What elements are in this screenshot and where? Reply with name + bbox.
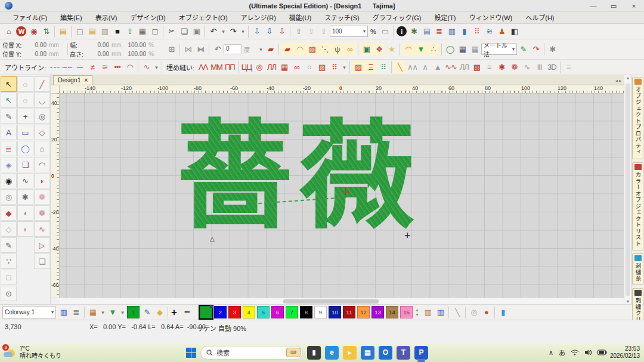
color-swatch-8[interactable]: 8 [300, 306, 312, 318]
rotate-3d-tool[interactable]: ◎ [34, 109, 50, 124]
measure-tool[interactable]: ╱ [34, 76, 50, 92]
grid-arrow-icon[interactable]: ▾ [99, 306, 106, 318]
menu-function[interactable]: 機能(U) [283, 12, 318, 24]
menu-edit[interactable]: 編集(E) [54, 12, 89, 24]
small-square-tool[interactable]: □ [1, 270, 17, 285]
wheel-tool[interactable]: ❁ [34, 205, 50, 221]
dense-fill-icon[interactable]: ▩ [470, 61, 483, 73]
garment-color-icon[interactable]: ▼ [106, 306, 119, 318]
height-pct-field[interactable]: 100.00 [125, 51, 146, 57]
palette-list-icon[interactable]: ≣ [70, 306, 82, 318]
fill-tatami1-icon[interactable]: ΛΛ [197, 61, 209, 73]
run-stitch-icon[interactable]: ▨ [306, 43, 318, 55]
fill-diag-icon[interactable]: ▨ [352, 61, 364, 73]
pos-y-field[interactable]: 0.00 [25, 51, 47, 57]
rotate-icon[interactable]: ↶ [211, 43, 224, 55]
fill-bucket-icon[interactable]: ◆ [153, 306, 166, 318]
print-preview-icon[interactable]: ◻ [148, 25, 161, 38]
fill-tatami3-icon[interactable]: ΠΠ [224, 61, 236, 73]
design-library-icon[interactable]: ▤ [57, 25, 69, 38]
moon-pink-tool[interactable]: ◗ [17, 221, 33, 237]
send-multi-icon[interactable]: ⇩ [275, 25, 288, 38]
stitch-edit-tool[interactable]: ✎ [1, 109, 17, 124]
beads-icon[interactable]: ∴ [427, 43, 439, 55]
design-properties-icon[interactable]: ✱ [408, 25, 420, 38]
thread-remove-icon[interactable]: ▥ [434, 306, 447, 318]
chevron-down-icon[interactable]: ▾ [510, 47, 515, 52]
add-color-button[interactable]: + [171, 307, 183, 318]
hoop-pink-icon[interactable]: ◠ [402, 43, 414, 55]
menu-graphic[interactable]: グラフィック(G) [366, 12, 428, 24]
volume-icon[interactable] [584, 349, 592, 356]
curl-fill-icon[interactable]: ∿ [521, 61, 533, 73]
outline-dots-icon[interactable]: ••• [111, 61, 123, 73]
horizontal-scrollbar[interactable] [60, 298, 624, 304]
fill-dots-icon[interactable]: ⠿ [328, 61, 340, 73]
minimize-button[interactable]: — [583, 0, 603, 12]
arrow-fill2-icon[interactable]: ▲ [431, 61, 444, 73]
curve-edit-tool[interactable]: ◌ [17, 92, 33, 108]
spool-button-icon[interactable]: ▮ [497, 306, 509, 318]
taskbar-app-store[interactable]: ▦ [361, 346, 374, 360]
rectangle-tool[interactable]: ▭ [17, 125, 33, 140]
ellipse-tool[interactable]: ◯ [17, 141, 33, 156]
chevron-down-icon[interactable]: ▾ [361, 29, 366, 34]
design-canvas[interactable]: 薔薇 ✛ + △ [60, 94, 624, 298]
fill-ring-icon[interactable]: ○ [303, 61, 315, 73]
tab-scroll-arrows-icon[interactable]: ◂▸ [615, 78, 623, 83]
menu-stitch[interactable]: ステッチ(S) [318, 12, 366, 24]
grid-ruler-icon[interactable]: ▦ [469, 43, 481, 55]
pos-x-field[interactable]: 0.00 [25, 42, 47, 48]
dots-tool[interactable]: ∵ [1, 253, 17, 269]
remove-color-button[interactable]: − [184, 307, 196, 318]
taskbar-app-teams[interactable]: T [397, 346, 410, 360]
color-swatch-11[interactable]: 11 [343, 306, 355, 318]
ray-fill-icon[interactable]: ∧∧ [406, 61, 419, 73]
color-swatch-2[interactable]: 2 [214, 306, 227, 318]
needle-icon[interactable]: ψ [331, 43, 343, 55]
color-swatch-15[interactable]: 15 [400, 306, 413, 318]
hoop-toggle-icon[interactable]: ◯ [444, 43, 456, 55]
color-swatch-13[interactable]: 13 [371, 306, 384, 318]
color-swatch-6[interactable]: 6 [271, 306, 284, 318]
outline-dash3-icon[interactable]: --- [73, 61, 86, 73]
wilcom-icon[interactable]: W [16, 26, 26, 36]
zigzag-red-icon[interactable]: ∿∿ [444, 61, 458, 73]
fill-greendots-icon[interactable]: ⠿ [377, 61, 389, 73]
hexagon-fill-tool[interactable]: ◆ [1, 205, 17, 221]
open-curve-tool[interactable]: ◗ [34, 173, 50, 188]
spiral-tool[interactable]: ◎ [1, 189, 17, 205]
curve-arrow-icon[interactable]: ↷ [530, 43, 542, 55]
send-to-screen-icon[interactable]: ⇩ [263, 25, 275, 38]
color-swatch-14[interactable]: 14 [386, 306, 398, 318]
taskbar-app-explorer[interactable]: ▸ [343, 346, 357, 360]
taskbar-app-outlook[interactable]: O [379, 346, 392, 360]
polygon-tool[interactable]: ◇ [34, 125, 50, 140]
width-pct-field[interactable]: 100.00 [125, 42, 146, 48]
quick-view-icon[interactable]: ▭ [379, 25, 391, 38]
battery-icon[interactable] [597, 349, 607, 355]
paste-icon[interactable]: ▣ [190, 25, 203, 38]
grid-toggle-icon[interactable]: ▦ [456, 43, 469, 55]
manual-stitch-icon[interactable]: ⋱ [318, 43, 331, 55]
tray-chevron-icon[interactable]: ∧ [549, 349, 553, 357]
menu-settings[interactable]: 設定(T) [428, 12, 462, 24]
vector-shapes-icon[interactable]: ❖ [373, 43, 385, 55]
motif-tool[interactable]: ❏ [34, 253, 50, 269]
freehand-tool[interactable]: ∿ [17, 173, 33, 188]
mirror-x-icon[interactable]: ⋈ [182, 43, 194, 55]
reshape-tool[interactable]: ◌ [17, 76, 33, 92]
ime-indicator[interactable]: あ [559, 348, 565, 357]
menu-window[interactable]: ウィンドウ(W) [463, 12, 519, 24]
outline-hatch-icon[interactable]: ≋ [98, 61, 111, 73]
color-swatch-3[interactable]: 3 [228, 306, 241, 318]
fill-coil-icon[interactable]: ◎ [253, 61, 265, 73]
taskbar-weather-widget[interactable]: 3 7°C 晴れ時々くもり [4, 345, 61, 360]
no-color-icon[interactable]: ╲ [451, 306, 463, 318]
design-notes-icon[interactable]: ▤ [420, 25, 433, 38]
menu-view[interactable]: 表示(V) [89, 12, 124, 24]
open-design-icon[interactable]: ▤ [86, 25, 98, 38]
polygon-select-tool[interactable]: ↖ [1, 92, 17, 108]
density-map-icon[interactable]: ⠿ [470, 25, 483, 38]
sphere-icon[interactable]: ● [480, 306, 493, 318]
